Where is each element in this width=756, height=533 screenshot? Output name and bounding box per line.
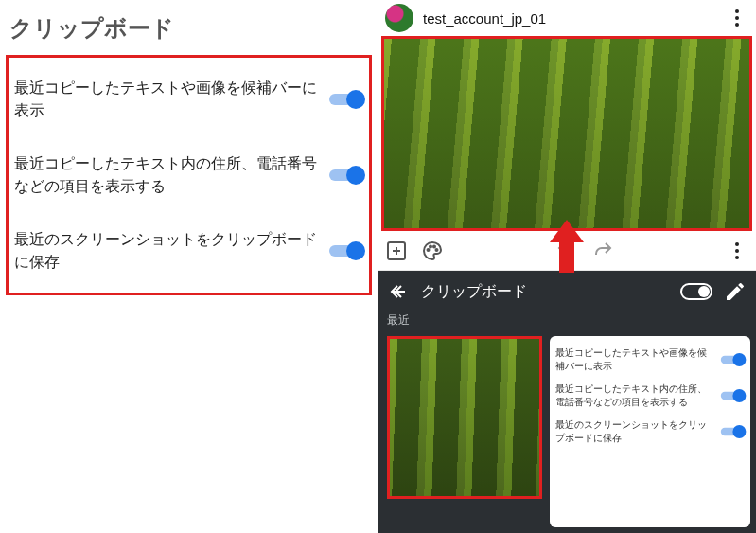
clipboard-panel-title: クリップボード	[421, 282, 669, 302]
annotation-arrow-up-icon	[548, 218, 586, 275]
setting-label: 最近コピーしたテキストや画像を候補バーに表示	[555, 346, 711, 373]
feed-image-highlight	[381, 36, 752, 231]
left-panel: クリップボード 最近コピーしたテキストや画像を候補バーに表示 最近コピーしたテキ…	[0, 0, 378, 533]
recent-section-label: 最近	[378, 312, 756, 332]
svg-point-1	[428, 249, 430, 251]
setting-row: 最近のスクリーンショットをクリップボードに保存	[14, 217, 363, 285]
clip-settings-card[interactable]: 最近コピーしたテキストや画像を候補バーに表示 最近コピーしたテキスト内の住所、電…	[550, 336, 750, 527]
toolbar-more-icon[interactable]	[726, 240, 748, 262]
setting-row: 最近コピーしたテキスト内の住所、電話番号などの項目を表示する	[555, 378, 745, 414]
setting-row: 最近コピーしたテキストや画像を候補バーに表示	[14, 65, 363, 133]
setting-row: 最近コピーしたテキスト内の住所、電話番号などの項目を表示する	[14, 141, 363, 209]
clipboard-items-row: 最近コピーしたテキストや画像を候補バーに表示 最近コピーしたテキスト内の住所、電…	[378, 332, 756, 533]
account-name[interactable]: test_account_jp_01	[423, 10, 726, 27]
svg-point-4	[436, 249, 438, 251]
right-panel: test_account_jp_01 クリップボード	[378, 0, 756, 533]
redo-icon[interactable]	[591, 240, 614, 262]
svg-point-2	[430, 245, 431, 247]
setting-row: 最近コピーしたテキストや画像を候補バーに表示	[555, 342, 745, 378]
toggle-switch[interactable]	[721, 425, 745, 438]
add-box-icon[interactable]	[385, 240, 408, 262]
clip-image[interactable]	[390, 339, 539, 496]
toggle-switch[interactable]	[329, 90, 363, 109]
setting-label: 最近コピーしたテキストや画像を候補バーに表示	[14, 77, 329, 122]
back-arrow-icon[interactable]	[387, 280, 410, 303]
settings-highlighted-box: 最近コピーしたテキストや画像を候補バーに表示 最近コピーしたテキスト内の住所、電…	[6, 55, 372, 295]
setting-row: 最近のスクリーンショットをクリップボードに保存	[555, 414, 745, 450]
toggle-switch[interactable]	[721, 389, 745, 402]
toggle-switch[interactable]	[721, 353, 745, 366]
avatar[interactable]	[385, 4, 413, 32]
clipboard-toggle[interactable]	[680, 283, 712, 300]
page-title: クリップボード	[6, 8, 372, 55]
toggle-switch[interactable]	[329, 166, 363, 185]
setting-label: 最近のスクリーンショットをクリップボードに保存	[14, 228, 329, 274]
svg-point-3	[433, 245, 435, 247]
setting-label: 最近コピーしたテキスト内の住所、電話番号などの項目を表示する	[555, 382, 711, 409]
setting-label: 最近のスクリーンショットをクリップボードに保存	[555, 418, 711, 445]
more-vertical-icon[interactable]	[726, 7, 748, 29]
setting-label: 最近コピーしたテキスト内の住所、電話番号などの項目を表示する	[14, 152, 329, 198]
edit-pencil-icon[interactable]	[724, 280, 747, 303]
feed-image[interactable]	[384, 39, 749, 228]
palette-icon[interactable]	[421, 240, 444, 262]
account-header: test_account_jp_01	[378, 0, 756, 36]
toggle-switch[interactable]	[329, 241, 363, 260]
clipboard-panel-header: クリップボード	[378, 271, 756, 312]
clip-image-highlight	[387, 336, 542, 499]
